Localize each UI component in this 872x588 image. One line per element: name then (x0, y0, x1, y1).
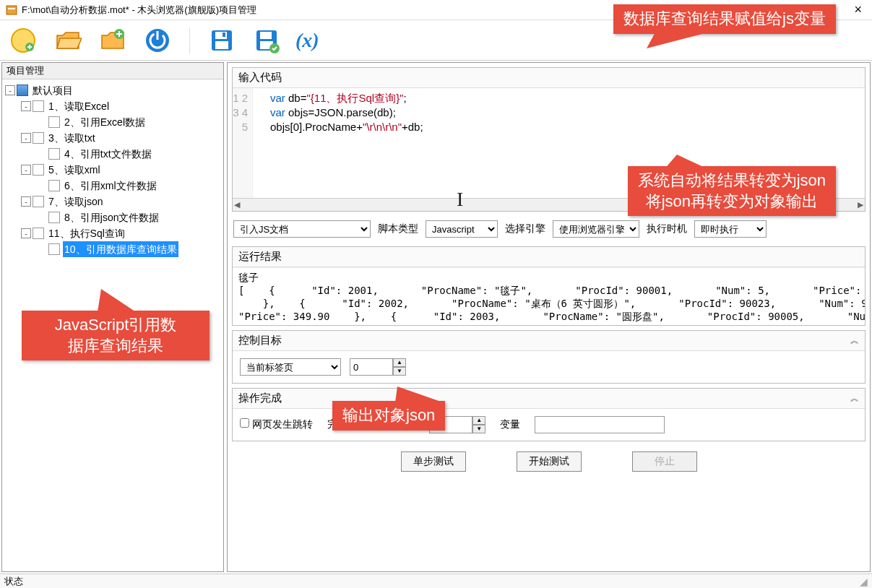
tree-item[interactable]: 11、执行Sql查询 (47, 225, 126, 241)
result-title: 运行结果 (238, 250, 282, 264)
expand-icon[interactable]: - (21, 196, 31, 207)
tree-item[interactable]: 6、引用xml文件数据 (63, 178, 158, 194)
script-type-label: 脚本类型 (378, 222, 418, 235)
file-icon (33, 196, 44, 207)
svg-rect-11 (223, 33, 225, 37)
variable-icon[interactable]: (x) (295, 29, 319, 52)
project-icon (17, 85, 28, 96)
timing-select[interactable]: 即时执行 (694, 220, 767, 238)
tree-item[interactable]: 8、引用json文件数据 (63, 209, 160, 225)
open-button[interactable] (52, 25, 84, 56)
operation-complete-section: 操作完成︽ 网页发生跳转 完成后等待时间(秒) ▲▼ 变量 (232, 388, 865, 441)
annotation-callout: 系统自动将结果转变为json将json再转变为对象输出 (628, 166, 836, 216)
tree-item[interactable]: 2、引用Excel数据 (63, 114, 147, 130)
save-button[interactable] (206, 25, 238, 56)
result-body[interactable]: 毯子 [ { "Id": 2001, "ProcName": "毯子", "Pr… (233, 267, 865, 325)
spin-down[interactable]: ▼ (472, 425, 485, 433)
timing-label: 执行时机 (647, 222, 687, 235)
panel-title: 项目管理 (2, 63, 223, 79)
statusbar: 状态 ◢ (0, 574, 872, 588)
control-target-section: 控制目标︽ 当前标签页 ▲▼ (232, 330, 865, 384)
new-button[interactable] (7, 25, 39, 56)
annotation-callout: 数据库查询结果赋值给js变量 (613, 4, 836, 34)
power-button[interactable] (142, 25, 173, 56)
line-gutter: 1 2 3 4 5 (233, 88, 253, 198)
save-as-button[interactable] (251, 25, 282, 56)
test-buttons: 单步测试 开始测试 停止 (232, 446, 865, 475)
file-icon (48, 116, 60, 128)
svg-rect-13 (260, 32, 272, 39)
tree-item[interactable]: 4、引用txt文件数据 (63, 146, 153, 162)
tree-item[interactable]: 1、读取Excel (47, 98, 111, 114)
file-icon (33, 164, 44, 176)
app-icon (6, 4, 17, 16)
text-cursor-icon: I (457, 188, 463, 211)
engine-select[interactable]: 使用浏览器引擎 (553, 220, 639, 238)
editor-panel: 输入代码 1 2 3 4 5 var db="{11、执行Sql查询}"; va… (227, 62, 871, 572)
status-text: 状态 (4, 575, 23, 588)
expand-icon[interactable]: - (5, 85, 15, 95)
svg-rect-0 (7, 6, 17, 14)
tree-item[interactable]: 7、读取json (47, 194, 104, 209)
file-icon (33, 132, 44, 144)
chevron-up-icon[interactable]: ︽ (850, 334, 859, 347)
expand-icon[interactable]: - (21, 165, 31, 175)
window-title: F:\mot\自动分析数据.mot* - 木头浏览器(旗舰版)项目管理 (22, 4, 256, 17)
add-folder-button[interactable] (97, 25, 129, 56)
file-icon (48, 212, 60, 223)
tree-root[interactable]: 默认项目 (31, 82, 74, 98)
spin-up[interactable]: ▲ (472, 416, 485, 425)
expand-icon[interactable]: - (21, 101, 31, 111)
op-title: 操作完成 (238, 392, 282, 405)
chevron-up-icon[interactable]: ︽ (850, 392, 859, 405)
file-icon (48, 148, 60, 160)
annotation-callout: JavaScript引用数据库查询结果 (22, 311, 210, 360)
annotation-callout: 输出对象json (332, 401, 445, 431)
close-icon[interactable]: × (850, 2, 866, 17)
tree-item[interactable]: 3、读取txt (47, 130, 97, 146)
spin-up[interactable]: ▲ (393, 358, 406, 367)
file-icon (33, 100, 44, 112)
step-test-button[interactable]: 单步测试 (401, 451, 466, 472)
tab-select[interactable]: 当前标签页 (240, 358, 341, 376)
file-icon (33, 228, 44, 239)
expand-icon[interactable]: - (21, 228, 31, 238)
variable-input[interactable] (535, 416, 665, 433)
js-doc-select[interactable]: 引入JS文档 (233, 220, 371, 238)
expand-icon[interactable]: - (21, 133, 31, 143)
file-icon (48, 180, 60, 191)
code-title: 输入代码 (238, 71, 282, 85)
page-jump-checkbox[interactable]: 网页发生跳转 (240, 418, 313, 431)
ctl-title: 控制目标 (238, 334, 282, 347)
svg-rect-10 (215, 41, 228, 49)
tree-item[interactable]: 5、读取xml (47, 162, 102, 178)
resize-grip-icon[interactable]: ◢ (860, 576, 868, 587)
variable-label: 变量 (500, 418, 520, 431)
engine-label: 选择引擎 (505, 222, 545, 235)
svg-rect-1 (8, 8, 15, 9)
stop-button: 停止 (632, 451, 697, 472)
result-section: 运行结果 毯子 [ { "Id": 2001, "ProcName": "毯子"… (232, 246, 865, 326)
script-type-select[interactable]: Javascript (426, 220, 498, 238)
script-options: 引入JS文档 脚本类型 Javascript 选择引擎 使用浏览器引擎 执行时机… (232, 216, 865, 242)
start-test-button[interactable]: 开始测试 (517, 451, 582, 472)
file-icon (48, 243, 60, 255)
tree-item[interactable]: 10、引用数据库查询结果 (63, 241, 178, 257)
